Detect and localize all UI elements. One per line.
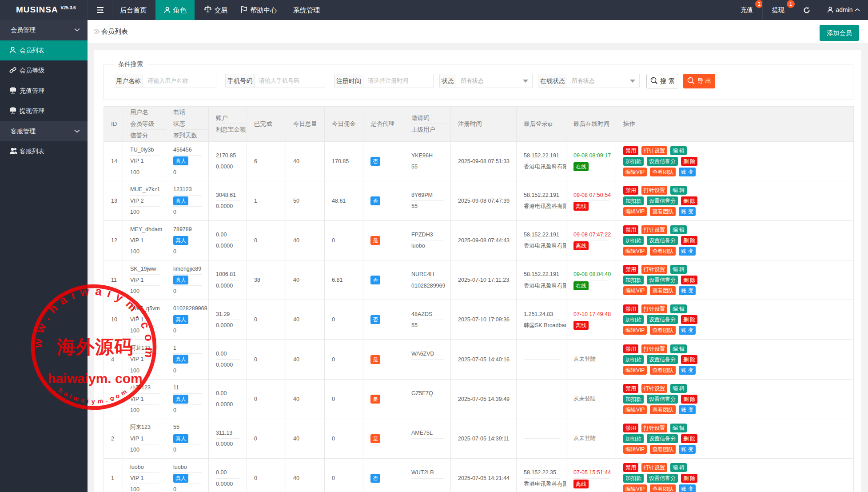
svg-text:haiwaiym. com: haiwaiym. com [48,371,142,386]
svg-text:海外源码: 海外源码 [56,337,133,357]
